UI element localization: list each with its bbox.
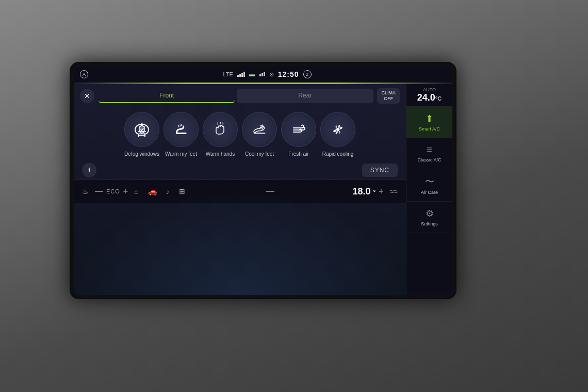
warm-hands-circle: [203, 112, 238, 147]
sidebar-temperature: AUTO 24.0°C: [406, 84, 452, 107]
warm-feet-circle: [164, 112, 199, 147]
left-panel: ✕ Front Rear CLIMA OFF: [74, 84, 406, 295]
rapid-cooling-icon: [329, 120, 347, 139]
auto-label: AUTO: [411, 87, 448, 92]
wireless-icon: ⊙: [269, 71, 274, 78]
cool-feet-circle: [242, 112, 277, 147]
clima-off-line1: CLIMA: [381, 90, 396, 96]
car-icon[interactable]: 🚗: [145, 185, 160, 198]
warm-feet-label: Warm my feet: [165, 151, 197, 157]
defog-windows-circle: [124, 112, 159, 147]
sidebar-temp-value: 24.0°C: [411, 92, 448, 103]
sidebar-item-air-care-label: Air Care: [421, 190, 438, 195]
clima-off-line2: OFF: [381, 96, 396, 102]
right-sidebar: AUTO 24.0°C ⬆ Smart A/C ≡ Classic A/C: [406, 84, 452, 295]
app-icon: A: [80, 70, 88, 78]
warm-hands-label: Warm hands: [206, 151, 235, 157]
signal-bar-1: [237, 75, 239, 77]
signal-bars-2: [259, 72, 265, 76]
battery-icon: ▬: [249, 71, 255, 78]
signal-bar-2: [239, 74, 241, 77]
signal-bar-4: [243, 72, 245, 77]
fresh-air-button[interactable]: Fresh air: [281, 112, 316, 157]
dashboard-background: A LTE ▬ ⊙: [0, 0, 588, 392]
defog-windows-button[interactable]: Defog windows: [124, 112, 159, 157]
warm-feet-icon: [172, 120, 190, 139]
sidebar-item-settings[interactable]: ⚙ Settings: [406, 202, 452, 233]
settings-icon: ⚙: [426, 208, 434, 219]
defog-icon: [133, 120, 151, 139]
info-button[interactable]: ℹ: [82, 163, 96, 177]
ambient-background: [74, 192, 406, 295]
tab-bar: ✕ Front Rear CLIMA OFF: [74, 84, 406, 108]
sidebar-item-classic-ac-label: Classic A/C: [417, 157, 441, 162]
warm-hands-button[interactable]: Warm hands: [203, 112, 238, 157]
eco-label: ECO: [106, 188, 120, 194]
fresh-air-icon: [289, 120, 308, 139]
climate-grid: Defog windows: [74, 108, 406, 161]
classic-ac-icon: ≡: [427, 144, 432, 155]
svg-point-2: [336, 128, 339, 131]
temperature-display: 18.0 °: [352, 186, 375, 197]
main-screen: A LTE ▬ ⊙: [74, 66, 452, 295]
cool-feet-icon: [250, 120, 269, 139]
signal-bar2-1: [259, 74, 261, 76]
right-plus-button[interactable]: +: [379, 187, 383, 196]
taskbar: ♨ — ECO + ⌂ 🚗 ♪ ⊞ — 18.0 ° +: [74, 179, 406, 203]
sidebar-item-smart-ac-label: Smart A/C: [419, 126, 440, 132]
time-display: 12:50: [278, 70, 299, 78]
fresh-air-label: Fresh air: [288, 151, 308, 157]
tab-front[interactable]: Front: [99, 89, 235, 103]
rapid-cooling-label: Rapid cooling: [322, 151, 354, 157]
grid-icon[interactable]: ⊞: [176, 185, 188, 198]
smart-ac-icon: ⬆: [426, 113, 433, 124]
tab-rear[interactable]: Rear: [237, 89, 373, 103]
rapid-cooling-circle: [320, 112, 355, 147]
tabs-container: Front Rear: [99, 89, 373, 103]
sidebar-item-classic-ac[interactable]: ≡ Classic A/C: [406, 138, 452, 169]
svg-point-1: [262, 126, 263, 127]
signal-bar2-2: [262, 73, 263, 76]
screen-bezel: A LTE ▬ ⊙: [70, 62, 456, 299]
close-button[interactable]: ✕: [80, 89, 94, 103]
left-plus-button[interactable]: +: [123, 187, 128, 196]
warm-feet-button[interactable]: Warm my feet: [164, 112, 199, 157]
rapid-cooling-button[interactable]: Rapid cooling: [320, 112, 355, 157]
seat-heat-icon[interactable]: ♨: [79, 185, 92, 198]
status-center: LTE ▬ ⊙ 12:50 2: [223, 70, 311, 78]
info-row: ℹ SYNC: [74, 161, 406, 179]
lte-icon: LTE: [223, 71, 233, 77]
signal-bar2-3: [264, 72, 265, 76]
cool-feet-button[interactable]: Cool my feet: [242, 112, 277, 157]
warm-hands-icon: [211, 120, 230, 139]
music-icon[interactable]: ♪: [163, 185, 173, 198]
defog-windows-label: Defog windows: [124, 151, 159, 157]
clima-off-button[interactable]: CLIMA OFF: [377, 88, 400, 104]
sidebar-item-settings-label: Settings: [421, 221, 438, 226]
status-left: A: [80, 70, 88, 78]
left-minus-button[interactable]: —: [95, 187, 103, 196]
fan-icon[interactable]: ≈≈: [387, 185, 401, 198]
sidebar-item-smart-ac[interactable]: ⬆ Smart A/C: [406, 107, 452, 138]
circle-num: 2: [303, 70, 312, 78]
home-icon[interactable]: ⌂: [131, 185, 141, 198]
sidebar-item-air-care[interactable]: 〜 Air Care: [406, 169, 452, 202]
right-minus-button[interactable]: —: [266, 187, 274, 196]
air-care-icon: 〜: [425, 175, 434, 188]
main-content: ✕ Front Rear CLIMA OFF: [74, 84, 452, 295]
sync-button[interactable]: SYNC: [362, 164, 398, 177]
signal-bar-3: [241, 73, 243, 77]
status-bar: A LTE ▬ ⊙: [74, 66, 452, 83]
cool-feet-label: Cool my feet: [245, 151, 274, 157]
fresh-air-circle: [281, 112, 316, 147]
signal-bars: [237, 72, 245, 77]
